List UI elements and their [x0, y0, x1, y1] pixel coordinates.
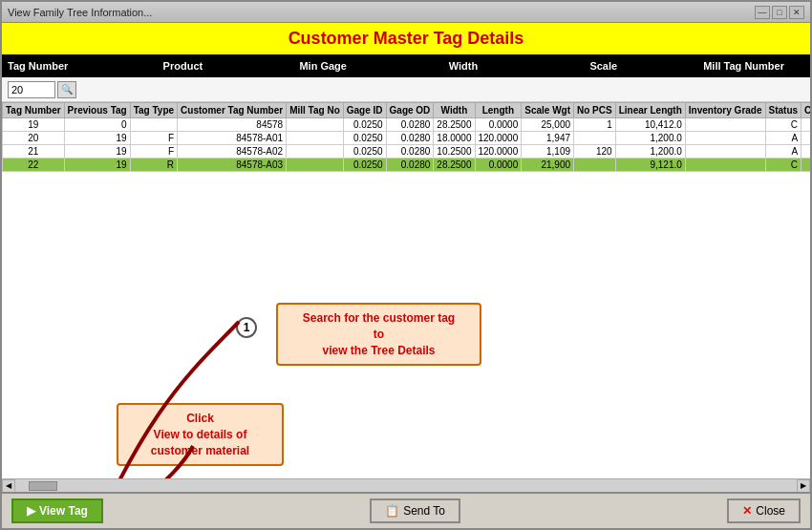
- table-cell: 19: [64, 145, 130, 159]
- window-title: View Family Tree Information...: [8, 7, 152, 18]
- table-cell: 1,200.0: [615, 145, 685, 159]
- table-cell: 58794-1: [801, 132, 810, 145]
- col-gage-id: Gage ID: [343, 103, 386, 118]
- scroll-left-button[interactable]: ◀: [2, 479, 15, 493]
- table-cell: 25,000: [522, 118, 574, 132]
- table-cell: 58794-1: [801, 118, 810, 132]
- table-cell: 0.0000: [475, 159, 522, 172]
- col-mill-tag: Mill Tag No: [287, 103, 344, 118]
- table-cell: [574, 132, 616, 145]
- col-po-number: Customer PO Number: [801, 103, 810, 118]
- table-cell: A: [765, 145, 801, 159]
- table-cell: [287, 145, 344, 159]
- search-button[interactable]: 🔍: [57, 81, 76, 98]
- table-cell: F: [130, 145, 177, 159]
- annotation-bubble-search: Search for the customer tagtoview the Tr…: [276, 303, 481, 366]
- bottom-bar: ▶ View Tag 📋 Send To ✕ Close: [2, 492, 810, 528]
- table-cell: 10,412.0: [615, 118, 685, 132]
- table-cell: [287, 159, 344, 172]
- table-cell: 19: [3, 118, 65, 132]
- table-cell: [685, 145, 765, 159]
- minimize-button[interactable]: —: [755, 6, 770, 19]
- toolbar-scale: Scale: [543, 60, 664, 72]
- col-tag-number: Tag Number: [3, 103, 65, 118]
- table-cell: C: [765, 159, 801, 172]
- table-cell: 0.0280: [386, 145, 434, 159]
- col-cust-tag-number: Customer Tag Number: [178, 103, 287, 118]
- horizontal-scrollbar[interactable]: ◀ ▶: [2, 478, 810, 492]
- table-cell: 19: [64, 159, 130, 172]
- search-input[interactable]: [8, 81, 55, 98]
- data-table: Tag Number Previous Tag Tag Type Custome…: [2, 102, 810, 172]
- close-label: Close: [756, 504, 785, 518]
- scroll-area: Tag Number Previous Tag Tag Type Custome…: [2, 102, 810, 492]
- annotation-number-1: 1: [236, 317, 257, 338]
- col-length: Length: [475, 103, 522, 118]
- col-width: Width: [434, 103, 475, 118]
- table-cell: 84578-A01: [178, 132, 287, 145]
- table-row[interactable]: 190845780.02500.028028.25000.000025,0001…: [3, 118, 811, 132]
- col-linear: Linear Length: [615, 103, 685, 118]
- col-status: Status: [765, 103, 801, 118]
- table-row[interactable]: 2119F84578-A020.02500.028010.2500120.000…: [3, 145, 811, 159]
- table-cell: 0.0250: [343, 159, 386, 172]
- main-window: View Family Tree Information... — □ ✕ Cu…: [0, 0, 812, 530]
- title-bar: View Family Tree Information... — □ ✕: [2, 2, 810, 23]
- table-row[interactable]: 2019F84578-A010.02500.028018.0000120.000…: [3, 132, 811, 145]
- toolbar-width: Width: [403, 60, 524, 72]
- annotation-search-text: Search for the customer tagtoview the Tr…: [303, 311, 455, 357]
- table-cell: A: [765, 132, 801, 145]
- table-cell: 1,109: [522, 145, 574, 159]
- table-cell: 21: [3, 145, 65, 159]
- toolbar-mill-tag: Mill Tag Number: [683, 60, 804, 72]
- table-cell: 0.0250: [343, 145, 386, 159]
- table-cell: R: [130, 159, 177, 172]
- table-cell: 0.0280: [386, 132, 434, 145]
- col-prev-tag: Previous Tag: [64, 103, 130, 118]
- table-cell: C: [765, 118, 801, 132]
- col-scale-wgt: Scale Wgt: [522, 103, 574, 118]
- close-button[interactable]: ✕ Close: [727, 498, 801, 523]
- table-cell: [574, 159, 616, 172]
- close-window-button[interactable]: ✕: [789, 6, 804, 19]
- table-cell: 120.0000: [475, 145, 522, 159]
- view-tag-button[interactable]: ▶ View Tag: [11, 498, 103, 523]
- col-gage-od: Gage OD: [386, 103, 434, 118]
- maximize-button[interactable]: □: [772, 6, 787, 19]
- table-row[interactable]: 2219R84578-A030.02500.028028.25000.00002…: [3, 159, 811, 172]
- table-cell: [287, 132, 344, 145]
- table-cell: 9,121.0: [615, 159, 685, 172]
- col-grade: Inventory Grade: [685, 103, 765, 118]
- table-cell: 84578-A03: [178, 159, 287, 172]
- table-cell: 84578: [178, 118, 287, 132]
- table-cell: 20: [3, 132, 65, 145]
- scroll-thumb[interactable]: [29, 481, 57, 491]
- table-cell: [685, 159, 765, 172]
- toolbar-min-gage: Min Gage: [263, 60, 384, 72]
- send-to-button[interactable]: 📋 Send To: [370, 498, 460, 523]
- main-title: Customer Master Tag Details: [2, 23, 810, 54]
- toolbar-product: Product: [122, 60, 244, 72]
- table-cell: 10.2500: [434, 145, 475, 159]
- send-to-label: Send To: [403, 504, 445, 518]
- table-cell: 18.0000: [434, 132, 475, 145]
- table-cell: 0.0280: [386, 118, 434, 132]
- search-row: 🔍: [2, 77, 810, 102]
- table-cell: 120.0000: [475, 132, 522, 145]
- annotation-bubble-click: ClickView to details ofcustomer material: [117, 403, 284, 466]
- table-cell: 58794-1: [801, 159, 810, 172]
- table-cell: 120: [574, 145, 616, 159]
- table-cell: 0.0280: [386, 159, 434, 172]
- table-cell: 0.0250: [343, 118, 386, 132]
- table-cell: 0.0250: [343, 132, 386, 145]
- title-bar-buttons: — □ ✕: [755, 6, 804, 19]
- view-tag-label: View Tag: [39, 504, 88, 518]
- table-cell: 19: [64, 132, 130, 145]
- table-cell: 1,947: [522, 132, 574, 145]
- view-tag-icon: ▶: [27, 504, 35, 518]
- table-cell: 28.2500: [434, 118, 475, 132]
- table-body: 190845780.02500.028028.25000.000025,0001…: [3, 118, 811, 172]
- table-cell: 1,200.0: [615, 132, 685, 145]
- scroll-right-button[interactable]: ▶: [797, 479, 810, 493]
- table-cell: 28.2500: [434, 159, 475, 172]
